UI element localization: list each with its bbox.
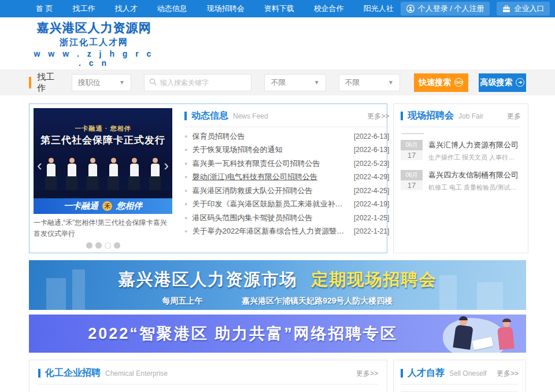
- bullet-icon: ●: [184, 201, 187, 207]
- nav-item-sunshine-hr[interactable]: 阳光人社: [364, 3, 394, 14]
- carousel-dot[interactable]: [86, 242, 92, 249]
- bullet-icon: ●: [184, 188, 187, 194]
- news-item: ●磐动(浙江)电气科技有限公司招聘公告[2022-4-29]: [184, 171, 389, 184]
- nav-item-home[interactable]: 首 页: [36, 3, 53, 14]
- carousel-dot[interactable]: [95, 242, 102, 249]
- filter2-select[interactable]: 不限 ▼: [339, 74, 400, 91]
- carousel-slide[interactable]: 一卡融通 · 您相伴 第三代社会保障卡正式发行 一卡融通 禾 您: [34, 108, 172, 214]
- news-more-link[interactable]: 更多>>: [367, 112, 389, 121]
- carousel-next-arrow[interactable]: ›: [164, 158, 169, 173]
- carousel-prev-arrow[interactable]: ‹: [37, 158, 42, 173]
- news-item: ●关于印发《嘉兴港区鼓励新员工来港就业补助操作...[2022-4-19]: [184, 198, 389, 212]
- job-fair-item: 06月 17 嘉兴汇博人力资源有限公司 生产操作工 报关文员 人事行政助理...: [401, 140, 521, 162]
- job-fair-subtitle: Job Fair: [458, 112, 483, 120]
- news-item: ●嘉兴美一瓦科技有限责任公司招聘公告[2022-5-23]: [184, 157, 389, 171]
- job-fair-banner[interactable]: 嘉兴港区人力资源市场 定期现场招聘会 每周五上午 嘉兴港区乍浦镇天妃路929号人…: [29, 260, 526, 310]
- divider: [402, 133, 424, 134]
- news-feed: 动态信息 News Feed 更多>> ●保育员招聘公告[2022-6-13] …: [176, 104, 397, 253]
- coin-icon: 禾: [102, 201, 112, 211]
- nav-item-find-talent[interactable]: 找人才: [115, 3, 138, 14]
- bullet-icon: ●: [184, 215, 187, 221]
- nav-item-news[interactable]: 动态信息: [157, 3, 187, 14]
- news-title: 动态信息: [191, 110, 228, 122]
- search-strip: 找工作 搜职位 ▼ 不限 ▼ 不限 ▼ 快速搜索 GO 高级搜索 ➜: [0, 69, 555, 95]
- chemical-subtitle: Chemical Enterprise: [105, 369, 168, 378]
- keyword-search-box[interactable]: [144, 74, 251, 91]
- online-recruitment-banner[interactable]: 2022“智聚港区 助力共富”网络招聘专区: [29, 315, 526, 353]
- keyword-input[interactable]: [160, 79, 246, 87]
- nav-item-find-job[interactable]: 找工作: [73, 3, 95, 14]
- filter1-select[interactable]: 不限 ▼: [264, 74, 325, 91]
- search-category-select[interactable]: 搜职位 ▼: [72, 74, 131, 91]
- blue-accent-bar: [184, 112, 187, 120]
- logo-title: 嘉兴港区人力资源网: [32, 20, 156, 36]
- job-fair-company[interactable]: 嘉兴四方友信制桶有限公司: [428, 170, 521, 180]
- search-section-label: 找工作: [29, 72, 62, 94]
- chevron-down-icon: ▼: [314, 79, 320, 86]
- news-panel: 一卡融通 · 您相伴 第三代社会保障卡正式发行 一卡融通 禾 您: [29, 103, 387, 253]
- news-item: ●关于恢复现场招聘会的通知[2022-6-13]: [184, 143, 389, 157]
- bullet-icon: ●: [184, 134, 187, 139]
- slide-big-title: 第三代社会保障卡正式发行: [34, 134, 172, 147]
- talent-panel: 人才自荐 Sell Oneself 更多>> P243243 男 | 嘉兴市->…: [393, 360, 526, 392]
- date-badge: 06月 17: [401, 140, 423, 162]
- nav-item-job-fair[interactable]: 现场招聘会: [207, 3, 245, 14]
- enterprise-entry-label: 企业入口: [514, 3, 544, 14]
- carousel-dot[interactable]: [114, 242, 120, 249]
- search-icon: [149, 77, 157, 88]
- slide-bottom-banner: 一卡融通 禾 您相伴: [34, 198, 172, 214]
- banner2-illustration: [436, 315, 523, 353]
- carousel-dot-active[interactable]: [105, 242, 111, 249]
- job-fair-item: 06月 17 嘉兴四方友信制桶有限公司 机修工 电工 质量检验员/测试员 叉车.…: [401, 170, 521, 192]
- slide-people-graphic: [34, 158, 172, 191]
- quick-search-button[interactable]: 快速搜索 GO: [414, 73, 468, 92]
- site-header: 嘉兴港区人力资源网 浙江化工人才网 w w w . z j h g r c . …: [0, 17, 555, 69]
- go-icon: GO: [454, 78, 463, 87]
- banner1-schedule: 每周五上午: [162, 296, 202, 305]
- briefcase-icon: [502, 5, 510, 13]
- slide-small-title: 一卡融通 · 您相伴: [34, 124, 172, 133]
- job-fair-panel: 现场招聘会 Job Fair 更多 06月 17 嘉兴汇博人力资源有限公司 生产…: [393, 103, 528, 253]
- talent-more-link[interactable]: 更多>>: [497, 369, 519, 379]
- banner1-title-white: 嘉兴港区人力资源市场: [118, 270, 297, 289]
- chevron-down-icon: ▼: [388, 79, 394, 86]
- job-fair-company[interactable]: 嘉兴汇博人力资源有限公司: [428, 140, 521, 150]
- job-fair-title: 现场招聘会: [408, 110, 454, 122]
- job-fair-more-link[interactable]: 更多: [507, 112, 521, 121]
- nav-item-school-coop[interactable]: 校企合作: [314, 3, 344, 14]
- chemical-more-link[interactable]: 更多>>: [356, 369, 378, 379]
- banner1-address: 嘉兴港区乍浦镇天妃路929号人防大楼四楼: [242, 296, 393, 305]
- site-logo[interactable]: 嘉兴港区人力资源网 浙江化工人才网 w w w . z j h g r c . …: [32, 20, 156, 68]
- chemical-enterprise-panel: 化工企业招聘 Chemical Enterprise 更多>> 嘉兴石化有限公司…: [29, 360, 387, 392]
- blue-accent-bar: [401, 369, 403, 378]
- carousel-dots: [34, 242, 172, 249]
- bullet-icon: ●: [184, 228, 187, 234]
- carousel-caption[interactable]: 一卡融通,“禾”您相伴!第三代社会保障卡嘉兴首发仪式举行: [34, 217, 172, 239]
- logo-subtitle: 浙江化工人才网: [32, 37, 156, 48]
- nav-links: 首 页 找工作 找人才 动态信息 现场招聘会 资料下载 校企合作 阳光人社: [36, 3, 394, 14]
- logo-url: w w w . z j h g r c . c n: [32, 49, 156, 68]
- news-item: ●保育员招聘公告[2022-6-13]: [184, 130, 389, 143]
- blue-accent-bar: [401, 112, 403, 120]
- bullet-icon: ●: [184, 161, 187, 167]
- enterprise-entry-button[interactable]: 企业入口: [497, 2, 550, 16]
- news-item: ●关于举办2022年港区新春综合性人力资源暨春风...[2022-1-21]: [184, 225, 389, 239]
- top-navbar: 首 页 找工作 找人才 动态信息 现场招聘会 资料下载 校企合作 阳光人社 个人…: [0, 0, 555, 17]
- job-fair-jobs: 机修工 电工 质量检验员/测试员 叉车...: [428, 183, 521, 192]
- banner1-title-yellow: 定期现场招聘会: [312, 270, 437, 289]
- talent-title: 人才自荐: [408, 367, 445, 379]
- news-item: ●嘉兴港区消防救援大队公开招聘公告[2022-4-25]: [184, 184, 389, 198]
- talent-subtitle: Sell Oneself: [449, 369, 487, 378]
- nav-item-downloads[interactable]: 资料下载: [264, 3, 294, 14]
- news-item: ●港区码头范围内集卡驾驶员招聘公告[2022-1-25]: [184, 211, 389, 225]
- chemical-title: 化工企业招聘: [45, 367, 101, 379]
- advanced-search-button[interactable]: 高级搜索 ➜: [479, 73, 526, 92]
- news-list: ●保育员招聘公告[2022-6-13] ●关于恢复现场招聘会的通知[2022-6…: [184, 130, 389, 238]
- person-icon: [406, 5, 415, 13]
- bullet-icon: ●: [184, 147, 187, 153]
- personal-login-button[interactable]: 个人登录 / 个人注册: [401, 2, 490, 16]
- bullet-icon: ●: [184, 174, 187, 180]
- carousel: 一卡融通 · 您相伴 第三代社会保障卡正式发行 一卡融通 禾 您: [29, 104, 176, 253]
- orange-accent-bar: [29, 77, 31, 88]
- personal-login-label: 个人登录 / 个人注册: [418, 3, 484, 14]
